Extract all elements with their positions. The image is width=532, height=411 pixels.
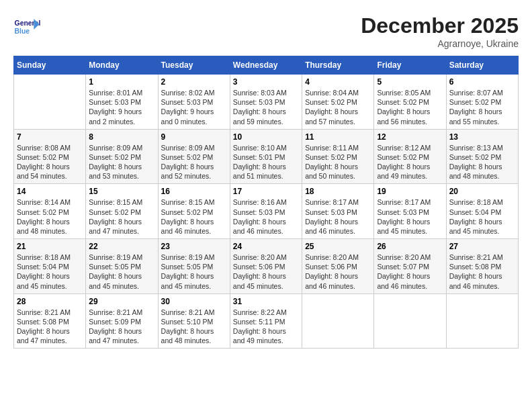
calendar-week-row: 14Sunrise: 8:14 AMSunset: 5:02 PMDayligh… [14, 184, 519, 239]
cell-text: Sunrise: 8:20 AMSunset: 5:06 PMDaylight:… [305, 253, 371, 291]
day-number: 18 [305, 187, 371, 196]
calendar-cell: 1Sunrise: 8:01 AMSunset: 5:03 PMDaylight… [86, 75, 158, 130]
cell-text: Sunrise: 8:08 AMSunset: 5:02 PMDaylight:… [17, 143, 83, 181]
cell-text: Sunrise: 8:21 AMSunset: 5:08 PMDaylight:… [449, 253, 515, 291]
calendar-week-row: 28Sunrise: 8:21 AMSunset: 5:08 PMDayligh… [14, 293, 519, 349]
day-number: 31 [233, 297, 299, 306]
calendar-cell: 6Sunrise: 8:07 AMSunset: 5:02 PMDaylight… [446, 75, 518, 130]
calendar-cell: 24Sunrise: 8:20 AMSunset: 5:06 PMDayligh… [230, 239, 302, 294]
cell-text: Sunrise: 8:05 AMSunset: 5:02 PMDaylight:… [377, 88, 443, 126]
cell-text: Sunrise: 8:12 AMSunset: 5:02 PMDaylight:… [377, 143, 443, 181]
calendar-cell: 9Sunrise: 8:09 AMSunset: 5:02 PMDaylight… [158, 129, 230, 184]
day-number: 20 [449, 187, 515, 196]
calendar-cell: 19Sunrise: 8:17 AMSunset: 5:03 PMDayligh… [374, 184, 446, 239]
cell-text: Sunrise: 8:20 AMSunset: 5:07 PMDaylight:… [377, 253, 443, 291]
calendar-header-thursday: Thursday [302, 56, 374, 75]
day-number: 24 [233, 242, 299, 251]
calendar-cell: 13Sunrise: 8:13 AMSunset: 5:02 PMDayligh… [446, 129, 518, 184]
calendar-cell [446, 293, 518, 349]
day-number: 5 [377, 77, 443, 87]
svg-text:Blue: Blue [15, 28, 30, 35]
calendar-cell: 16Sunrise: 8:15 AMSunset: 5:02 PMDayligh… [158, 184, 230, 239]
day-number: 13 [449, 132, 515, 142]
calendar-cell [374, 293, 446, 349]
cell-text: Sunrise: 8:21 AMSunset: 5:09 PMDaylight:… [89, 308, 154, 346]
calendar-cell: 25Sunrise: 8:20 AMSunset: 5:06 PMDayligh… [302, 239, 374, 294]
calendar-cell: 5Sunrise: 8:05 AMSunset: 5:02 PMDaylight… [374, 75, 446, 130]
calendar-header-row: SundayMondayTuesdayWednesdayThursdayFrid… [14, 56, 519, 75]
day-number: 7 [17, 132, 83, 142]
calendar-cell: 4Sunrise: 8:04 AMSunset: 5:02 PMDaylight… [302, 75, 374, 130]
day-number: 27 [449, 242, 515, 251]
calendar-cell: 18Sunrise: 8:17 AMSunset: 5:03 PMDayligh… [302, 184, 374, 239]
cell-text: Sunrise: 8:04 AMSunset: 5:02 PMDaylight:… [305, 88, 371, 126]
calendar-cell: 11Sunrise: 8:11 AMSunset: 5:02 PMDayligh… [302, 129, 374, 184]
calendar-header-friday: Friday [374, 56, 446, 75]
calendar-cell: 26Sunrise: 8:20 AMSunset: 5:07 PMDayligh… [374, 239, 446, 294]
cell-text: Sunrise: 8:17 AMSunset: 5:03 PMDaylight:… [305, 197, 371, 236]
day-number: 15 [89, 187, 154, 196]
day-number: 16 [161, 187, 227, 196]
cell-text: Sunrise: 8:15 AMSunset: 5:02 PMDaylight:… [89, 197, 154, 236]
calendar-cell: 17Sunrise: 8:16 AMSunset: 5:03 PMDayligh… [230, 184, 302, 239]
day-number: 28 [17, 297, 83, 306]
calendar-cell [302, 293, 374, 349]
cell-text: Sunrise: 8:09 AMSunset: 5:02 PMDaylight:… [161, 143, 227, 181]
page-header: General Blue December 2025 Agrarnoye, Uk… [13, 13, 519, 49]
calendar-cell: 27Sunrise: 8:21 AMSunset: 5:08 PMDayligh… [446, 239, 518, 294]
cell-text: Sunrise: 8:10 AMSunset: 5:01 PMDaylight:… [233, 143, 299, 181]
calendar-header-sunday: Sunday [14, 56, 86, 75]
day-number: 12 [377, 132, 443, 142]
day-number: 11 [305, 132, 371, 142]
cell-text: Sunrise: 8:11 AMSunset: 5:02 PMDaylight:… [305, 143, 371, 181]
day-number: 4 [305, 77, 371, 87]
cell-text: Sunrise: 8:19 AMSunset: 5:05 PMDaylight:… [89, 253, 154, 291]
day-number: 9 [161, 132, 227, 142]
cell-text: Sunrise: 8:15 AMSunset: 5:02 PMDaylight:… [161, 197, 227, 236]
title-section: December 2025 Agrarnoye, Ukraine [361, 13, 519, 49]
cell-text: Sunrise: 8:13 AMSunset: 5:02 PMDaylight:… [449, 143, 515, 181]
calendar-cell: 22Sunrise: 8:19 AMSunset: 5:05 PMDayligh… [86, 239, 158, 294]
cell-text: Sunrise: 8:19 AMSunset: 5:05 PMDaylight:… [161, 253, 227, 291]
cell-text: Sunrise: 8:09 AMSunset: 5:02 PMDaylight:… [89, 143, 154, 181]
day-number: 2 [161, 77, 227, 87]
day-number: 3 [233, 77, 299, 87]
cell-text: Sunrise: 8:02 AMSunset: 5:03 PMDaylight:… [161, 88, 227, 126]
calendar-cell: 21Sunrise: 8:18 AMSunset: 5:04 PMDayligh… [14, 239, 86, 294]
calendar-body: 1Sunrise: 8:01 AMSunset: 5:03 PMDaylight… [14, 75, 519, 349]
cell-text: Sunrise: 8:18 AMSunset: 5:04 PMDaylight:… [449, 197, 515, 236]
calendar-week-row: 7Sunrise: 8:08 AMSunset: 5:02 PMDaylight… [14, 129, 519, 184]
calendar-cell: 29Sunrise: 8:21 AMSunset: 5:09 PMDayligh… [86, 293, 158, 349]
cell-text: Sunrise: 8:20 AMSunset: 5:06 PMDaylight:… [233, 253, 299, 291]
day-number: 17 [233, 187, 299, 196]
calendar-cell: 14Sunrise: 8:14 AMSunset: 5:02 PMDayligh… [14, 184, 86, 239]
cell-text: Sunrise: 8:07 AMSunset: 5:02 PMDaylight:… [449, 88, 515, 126]
day-number: 10 [233, 132, 299, 142]
calendar-cell: 30Sunrise: 8:21 AMSunset: 5:10 PMDayligh… [158, 293, 230, 349]
calendar-cell [14, 75, 86, 130]
calendar-cell: 28Sunrise: 8:21 AMSunset: 5:08 PMDayligh… [14, 293, 86, 349]
cell-text: Sunrise: 8:17 AMSunset: 5:03 PMDaylight:… [377, 197, 443, 236]
cell-text: Sunrise: 8:03 AMSunset: 5:03 PMDaylight:… [233, 88, 299, 126]
cell-text: Sunrise: 8:01 AMSunset: 5:03 PMDaylight:… [89, 88, 154, 126]
calendar-cell: 12Sunrise: 8:12 AMSunset: 5:02 PMDayligh… [374, 129, 446, 184]
cell-text: Sunrise: 8:22 AMSunset: 5:11 PMDaylight:… [233, 308, 299, 346]
cell-text: Sunrise: 8:18 AMSunset: 5:04 PMDaylight:… [17, 253, 83, 291]
calendar-cell: 8Sunrise: 8:09 AMSunset: 5:02 PMDaylight… [86, 129, 158, 184]
calendar-cell: 15Sunrise: 8:15 AMSunset: 5:02 PMDayligh… [86, 184, 158, 239]
cell-text: Sunrise: 8:21 AMSunset: 5:08 PMDaylight:… [17, 308, 83, 346]
day-number: 1 [89, 77, 154, 87]
calendar-cell: 10Sunrise: 8:10 AMSunset: 5:01 PMDayligh… [230, 129, 302, 184]
calendar-table: SundayMondayTuesdayWednesdayThursdayFrid… [13, 56, 519, 349]
calendar-cell: 3Sunrise: 8:03 AMSunset: 5:03 PMDaylight… [230, 75, 302, 130]
day-number: 30 [161, 297, 227, 306]
calendar-cell: 20Sunrise: 8:18 AMSunset: 5:04 PMDayligh… [446, 184, 518, 239]
calendar-week-row: 21Sunrise: 8:18 AMSunset: 5:04 PMDayligh… [14, 239, 519, 294]
cell-text: Sunrise: 8:21 AMSunset: 5:10 PMDaylight:… [161, 308, 227, 346]
calendar-cell: 31Sunrise: 8:22 AMSunset: 5:11 PMDayligh… [230, 293, 302, 349]
calendar-week-row: 1Sunrise: 8:01 AMSunset: 5:03 PMDaylight… [14, 75, 519, 130]
day-number: 21 [17, 242, 83, 251]
cell-text: Sunrise: 8:14 AMSunset: 5:02 PMDaylight:… [17, 197, 83, 236]
calendar-cell: 7Sunrise: 8:08 AMSunset: 5:02 PMDaylight… [14, 129, 86, 184]
calendar-header-tuesday: Tuesday [158, 56, 230, 75]
